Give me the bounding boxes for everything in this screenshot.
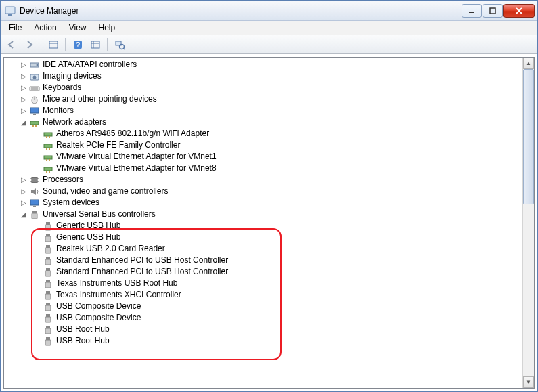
processor-icon (29, 175, 40, 186)
network-adapter-icon (43, 140, 53, 151)
tree-node-ide[interactable]: ▷ IDE ATA/ATAPI controllers (9, 59, 534, 70)
expand-icon[interactable]: ▷ (19, 198, 28, 208)
svg-rect-67 (46, 314, 50, 317)
menu-view[interactable]: View (64, 22, 92, 34)
network-adapter-icon (43, 163, 53, 174)
collapse-icon[interactable]: ◢ (19, 210, 28, 219)
maximize-button[interactable] (483, 4, 503, 18)
close-button[interactable] (503, 4, 535, 18)
scroll-thumb[interactable] (523, 69, 534, 204)
node-label: USB Composite Device (56, 301, 141, 312)
usb-device-icon (43, 301, 53, 312)
svg-text:?: ? (76, 41, 81, 49)
tree-node-usb-child[interactable]: Standard Enhanced PCI to USB Host Contro… (9, 255, 534, 266)
tree-node-system[interactable]: ▷ System devices (9, 197, 534, 209)
app-icon (5, 5, 16, 16)
expand-icon[interactable]: ▷ (19, 106, 28, 116)
menu-help[interactable]: Help (93, 22, 121, 34)
menu-file[interactable]: File (3, 22, 27, 34)
expand-icon[interactable]: ▷ (19, 60, 28, 70)
svg-rect-3 (490, 8, 495, 14)
tree-node-usb-child[interactable]: USB Composite Device (9, 301, 534, 312)
scroll-down-button[interactable]: ▼ (523, 376, 534, 388)
show-hidden-button[interactable] (45, 37, 62, 52)
tree-node-network-child[interactable]: Realtek PCIe FE Family Controller (9, 139, 534, 151)
help-button[interactable]: ? (70, 37, 86, 52)
tree-node-network-child[interactable]: Atheros AR9485 802.11b/g/n WiFi Adapter (9, 128, 534, 139)
tree-node-usb-child[interactable]: USB Root Hub (9, 324, 534, 335)
svg-rect-62 (45, 282, 51, 288)
node-label: Sound, video and game controllers (43, 186, 168, 197)
collapse-icon[interactable]: ◢ (19, 118, 28, 127)
svg-rect-65 (46, 303, 50, 305)
toolbar-separator (107, 38, 108, 51)
titlebar: Device Manager (1, 1, 537, 21)
vertical-scrollbar[interactable]: ▲ ▼ (522, 58, 534, 388)
tree-node-usb-child[interactable]: Standard Enhanced PCI to USB Host Contro… (9, 266, 534, 278)
scan-button[interactable] (112, 37, 128, 52)
node-label: Processors (43, 174, 83, 186)
tree-node-network-child[interactable]: VMware Virtual Ethernet Adapter for VMne… (9, 162, 534, 174)
svg-rect-51 (46, 222, 50, 225)
tree-node-usb-child[interactable]: Realtek USB 2.0 Card Reader (9, 243, 534, 255)
usb-icon (29, 209, 40, 220)
svg-rect-63 (46, 291, 50, 294)
usb-device-icon (43, 290, 53, 301)
node-label: Atheros AR9485 802.11b/g/n WiFi Adapter (56, 128, 209, 139)
tree-pane: ▷ IDE ATA/ATAPI controllers ▷ Imaging de… (3, 57, 535, 389)
device-tree[interactable]: ▷ IDE ATA/ATAPI controllers ▷ Imaging de… (4, 58, 534, 388)
svg-rect-33 (44, 144, 52, 148)
tree-node-mice[interactable]: ▷ Mice and other pointing devices (9, 93, 534, 105)
back-button[interactable] (3, 37, 20, 52)
expand-icon[interactable]: ▷ (19, 95, 28, 104)
mouse-icon (29, 94, 40, 105)
tree-node-usb-child[interactable]: Generic USB Hub (9, 220, 534, 232)
tree-node-usb[interactable]: ◢ Universal Serial Bus controllers (9, 209, 534, 220)
svg-rect-48 (33, 206, 36, 207)
sound-icon (29, 186, 40, 197)
network-icon (29, 117, 40, 128)
tree-node-usb-child[interactable]: Texas Instruments XHCI Controller (9, 289, 534, 301)
forward-button[interactable] (21, 37, 37, 52)
tree-node-network-child[interactable]: VMware Virtual Ethernet Adapter for VMne… (9, 151, 534, 162)
expand-icon[interactable]: ▷ (19, 187, 28, 196)
usb-device-icon (43, 336, 53, 347)
svg-rect-20 (30, 87, 39, 91)
tree-node-monitors[interactable]: ▷ Monitors (9, 105, 534, 116)
tree-node-processors[interactable]: ▷ Processors (9, 174, 534, 186)
svg-rect-40 (46, 171, 47, 173)
tree-node-imaging[interactable]: ▷ Imaging devices (9, 70, 534, 82)
svg-rect-35 (49, 148, 50, 150)
expand-icon[interactable]: ▷ (19, 72, 28, 81)
network-adapter-icon (43, 129, 53, 139)
svg-point-19 (33, 75, 37, 79)
tree-node-usb-child[interactable]: USB Root Hub (9, 335, 534, 347)
svg-rect-31 (46, 136, 47, 138)
tree-node-usb-child[interactable]: USB Composite Device (9, 312, 534, 324)
usb-device-icon (43, 244, 53, 255)
svg-rect-50 (32, 213, 37, 219)
tree-node-usb-child[interactable]: Generic USB Hub (9, 232, 534, 243)
menubar: File Action View Help (1, 21, 537, 35)
tree-node-network[interactable]: ◢ Network adapters (9, 116, 534, 128)
svg-rect-54 (45, 236, 51, 242)
tree-node-sound[interactable]: ▷ Sound, video and game controllers (9, 186, 534, 197)
node-label: USB Root Hub (56, 335, 110, 347)
node-label: Generic USB Hub (56, 220, 120, 232)
usb-device-icon (43, 313, 53, 324)
properties-button[interactable] (87, 37, 104, 52)
ide-icon (29, 60, 40, 70)
tree-node-keyboards[interactable]: ▷ Keyboards (9, 82, 534, 93)
scroll-track-gap[interactable] (523, 204, 534, 376)
expand-icon[interactable]: ▷ (19, 175, 28, 185)
keyboard-icon (29, 83, 40, 93)
svg-rect-39 (44, 167, 52, 171)
minimize-button[interactable] (462, 4, 482, 18)
scroll-up-button[interactable]: ▲ (523, 58, 534, 69)
node-label: System devices (43, 197, 99, 209)
svg-rect-68 (45, 317, 51, 322)
tree-node-usb-child[interactable]: Texas Instruments USB Root Hub (9, 278, 534, 289)
menu-action[interactable]: Action (28, 22, 62, 34)
svg-rect-70 (45, 328, 51, 334)
expand-icon[interactable]: ▷ (19, 83, 28, 93)
